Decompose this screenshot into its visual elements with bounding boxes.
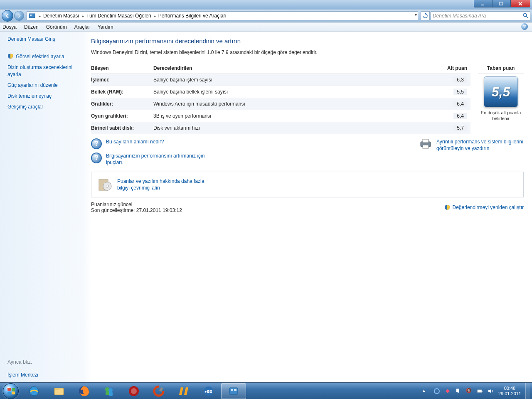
- row-component: Birincil sabit disk:: [91, 125, 153, 131]
- taskbar-item-firefox[interactable]: [71, 383, 96, 399]
- row-rated: Saniye başına işlem sayısı: [153, 77, 437, 83]
- tray-power-icon[interactable]: [477, 388, 483, 394]
- nav-forward-button[interactable]: [14, 11, 24, 21]
- svg-rect-31: [234, 389, 236, 391]
- row-subscore: 5,7: [453, 125, 467, 131]
- header-base-score: Taban puan: [478, 63, 524, 74]
- tray-volume-icon[interactable]: 🔇: [466, 388, 473, 394]
- printer-icon: [419, 138, 432, 149]
- link-view-print-details[interactable]: Ayrıntılı performans ve sistem bilgileri…: [436, 138, 524, 152]
- window-maximize-button[interactable]: [492, 0, 510, 7]
- tray-action-center-icon[interactable]: [455, 388, 462, 394]
- svg-rect-7: [423, 139, 429, 143]
- taskbar-item-ie[interactable]: [22, 383, 47, 399]
- window-titlebar: [0, 0, 532, 9]
- row-subscore: 5,5: [453, 89, 467, 95]
- svg-rect-18: [54, 388, 59, 390]
- menu-view[interactable]: Görünüm: [46, 24, 67, 30]
- sidebar-link-control-panel-home[interactable]: Denetim Masası Giriş: [7, 36, 83, 42]
- search-input[interactable]: Denetim Masasında Ara: [431, 11, 530, 20]
- sidebar-link-disk-cleanup[interactable]: Disk temizlemeyi aç: [7, 93, 83, 99]
- svg-point-4: [523, 13, 527, 17]
- breadcrumb-item[interactable]: Tüm Denetim Masası Öğeleri: [86, 13, 151, 19]
- tray-volume-icon[interactable]: [488, 388, 494, 394]
- question-icon: ?: [91, 138, 102, 149]
- online-info-panel: Puanlar ve yazılım hakkında daha fazla b…: [91, 172, 524, 197]
- row-rated: Windows Aero için masaüstü performansı: [153, 101, 437, 107]
- row-subscore: 6,4: [453, 101, 467, 107]
- start-button[interactable]: [0, 383, 22, 399]
- menu-edit[interactable]: Düzen: [24, 24, 39, 30]
- row-subscore: 6,4: [453, 113, 467, 119]
- svg-point-25: [131, 388, 137, 394]
- svg-point-11: [106, 185, 108, 187]
- shield-icon: [444, 204, 450, 210]
- nav-back-button[interactable]: [2, 10, 13, 22]
- window-minimize-button[interactable]: [474, 0, 492, 7]
- taskbar-item-control-panel[interactable]: [221, 383, 246, 399]
- sidebar-link-advanced-tools[interactable]: Gelişmiş araçlar: [7, 103, 83, 110]
- sidebar-link-adjust-visual-effects[interactable]: Görsel efektleri ayarla: [16, 53, 64, 60]
- svg-rect-15: [12, 392, 15, 394]
- tray-icon[interactable]: [433, 388, 440, 394]
- svg-line-5: [526, 16, 528, 18]
- see-also-header: Ayrıca bkz.: [7, 359, 83, 367]
- link-what-do-numbers-mean[interactable]: Bu sayıların anlamı nedir?: [106, 138, 164, 145]
- svg-rect-23: [109, 392, 113, 396]
- control-panel-icon: [29, 13, 36, 19]
- link-more-info-online[interactable]: Puanlar ve yazılım hakkında daha fazla b…: [117, 178, 209, 191]
- breadcrumb-item[interactable]: Performans Bilgileri ve Araçları: [158, 13, 227, 19]
- row-component: Grafikler:: [91, 101, 153, 107]
- tray-clock[interactable]: 00:48 29.01.2011: [498, 386, 521, 396]
- search-icon: [522, 12, 528, 20]
- svg-rect-8: [423, 145, 429, 148]
- breadcrumb-item[interactable]: Denetim Masası: [43, 13, 79, 19]
- question-icon: ?: [91, 153, 102, 163]
- system-tray: ▴ 🔇 00:48 29.01.2011: [423, 383, 532, 399]
- taskbar-item-bs[interactable]: ▸BS: [196, 383, 221, 399]
- menu-bar: Dosya Düzen Görünüm Araçlar Yardım: [0, 22, 532, 32]
- menu-help[interactable]: Yardım: [98, 24, 113, 30]
- row-component: İşlemci:: [91, 77, 153, 83]
- score-table: Bileşen Derecelendirilen Alt puan İşlemc…: [91, 63, 470, 134]
- breadcrumb-dropdown-icon[interactable]: ▾: [415, 12, 417, 17]
- window-close-button[interactable]: [510, 0, 530, 7]
- svg-rect-12: [7, 388, 11, 391]
- table-row: Oyun grafikleri: 3B iş ve oyun performan…: [91, 110, 470, 122]
- taskbar-item-explorer[interactable]: [47, 383, 71, 399]
- svg-rect-14: [7, 392, 11, 394]
- sidebar-link-indexing-options[interactable]: Dizin oluşturma seçeneklerini ayarla: [7, 64, 83, 77]
- help-button[interactable]: ?: [521, 23, 529, 31]
- row-component: Oyun grafikleri:: [91, 113, 153, 119]
- breadcrumb[interactable]: ▸ Denetim Masası ▸ Tüm Denetim Masası Öğ…: [27, 11, 418, 20]
- menu-tools[interactable]: Araçlar: [74, 24, 90, 30]
- svg-rect-33: [478, 390, 482, 392]
- base-score-column: Taban puan 5,5 En düşük alt puanla belir…: [478, 63, 524, 122]
- sidebar-link-power-settings[interactable]: Güç ayarlarını düzenle: [7, 82, 83, 89]
- link-improve-performance-tips[interactable]: Bilgisayarınızın performansını artırmanı…: [106, 153, 214, 166]
- sidebar: Denetim Masası Giriş Görsel efektleri ay…: [0, 32, 85, 382]
- svg-rect-0: [481, 5, 484, 5]
- taskbar-item-app-red[interactable]: [121, 383, 146, 399]
- link-rerun-assessment[interactable]: Değerlendirmeyi yeniden çalıştır: [453, 204, 524, 210]
- taskbar-item-messenger[interactable]: [96, 383, 121, 399]
- taskbar-item-ccleaner[interactable]: [146, 383, 171, 399]
- taskbar-item-winamp[interactable]: [171, 383, 196, 399]
- svg-rect-22: [106, 391, 109, 395]
- taskbar: ▸BS ▴ 🔇 00:48 29.01.2011: [0, 382, 532, 399]
- refresh-button[interactable]: [421, 11, 430, 20]
- base-score-caption: En düşük alt puanla belirlenir: [478, 110, 524, 122]
- page-title: Bilgisayarınızın performansını derecelen…: [91, 37, 524, 44]
- header-subscore: Alt puan: [437, 65, 470, 71]
- svg-rect-29: [229, 388, 238, 394]
- tray-show-hidden-icon[interactable]: ▴: [423, 388, 429, 394]
- row-subscore: 6,3: [453, 76, 467, 83]
- table-row: İşlemci: Saniye başına işlem sayısı 6,3: [91, 74, 470, 86]
- header-component: Bileşen: [91, 65, 153, 71]
- svg-rect-3: [30, 15, 32, 16]
- tray-icon[interactable]: [444, 388, 451, 394]
- see-also-action-center[interactable]: İşlem Merkezi: [7, 372, 83, 378]
- menu-file[interactable]: Dosya: [2, 24, 17, 30]
- svg-rect-13: [12, 388, 15, 391]
- show-desktop-button[interactable]: [525, 383, 530, 399]
